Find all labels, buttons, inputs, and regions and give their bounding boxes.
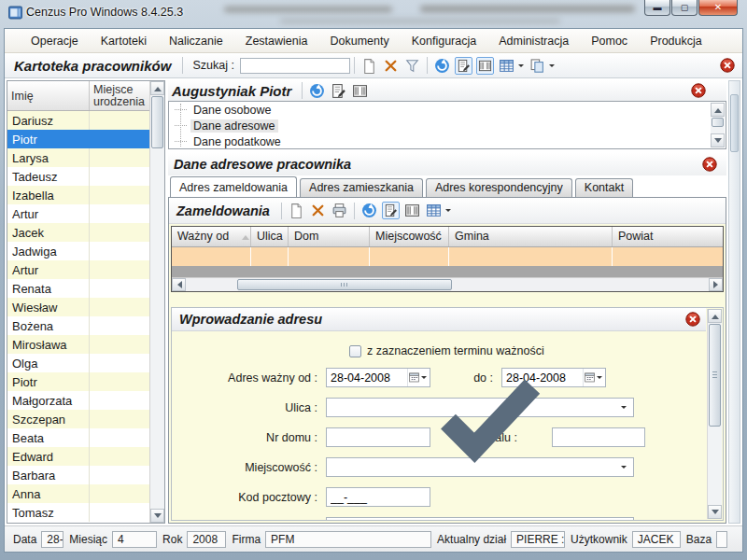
search-input[interactable] xyxy=(240,58,350,74)
delete-icon[interactable] xyxy=(309,202,327,219)
employee-row[interactable]: Izabella xyxy=(7,186,149,204)
close-address-entry-icon[interactable] xyxy=(685,312,700,327)
columns-view-icon[interactable] xyxy=(476,57,494,75)
employee-row[interactable]: Wiesław xyxy=(7,298,149,316)
employee-row[interactable]: Edward xyxy=(7,447,149,466)
employee-list-scrollbar[interactable] xyxy=(149,81,164,523)
refresh-icon[interactable] xyxy=(360,202,378,219)
column-header-miejsce-urodzenia[interactable]: Miejsce urodzenia xyxy=(90,81,149,110)
menu-item[interactable]: Operacje xyxy=(20,31,90,51)
grid-column-header[interactable]: Miejscowość xyxy=(370,227,449,246)
grid-column-header[interactable]: Ulica xyxy=(251,227,289,246)
employee-row[interactable]: Artur xyxy=(7,260,149,279)
close-employee-panel-icon[interactable] xyxy=(691,83,706,98)
grid-view-dropdown-caret[interactable] xyxy=(445,209,451,215)
grid-view-icon[interactable] xyxy=(498,57,515,75)
maximize-button[interactable]: ▢ xyxy=(671,0,698,16)
employee-row[interactable]: Larysa xyxy=(7,148,149,167)
employee-row[interactable]: Olga xyxy=(7,354,149,372)
grid-column-header[interactable]: Gmina xyxy=(449,227,613,246)
tab[interactable]: Adres zameldowania xyxy=(170,176,297,197)
print-icon[interactable] xyxy=(331,202,348,219)
columns-view-icon[interactable] xyxy=(403,202,421,219)
grid-horizontal-scrollbar[interactable] xyxy=(172,277,723,291)
scroll-thumb[interactable] xyxy=(237,279,452,290)
minimize-button[interactable]: ▬ xyxy=(644,0,670,16)
close-kartoteka-icon[interactable] xyxy=(720,58,735,73)
postal-code-input[interactable] xyxy=(327,491,430,504)
refresh-icon[interactable] xyxy=(308,82,326,100)
menu-item[interactable]: Pomoc xyxy=(580,31,639,51)
employee-row[interactable]: Dariusz xyxy=(7,111,149,130)
grid-cell[interactable] xyxy=(449,247,613,266)
edit-view-icon[interactable] xyxy=(330,82,347,100)
employee-row[interactable]: Szczepan xyxy=(7,410,149,428)
scroll-down-button[interactable] xyxy=(708,505,722,519)
tab[interactable]: Kontakt xyxy=(575,178,633,197)
employee-row[interactable]: Małgorzata xyxy=(7,391,149,410)
employee-row[interactable]: Mirosława xyxy=(7,335,149,354)
new-document-icon[interactable] xyxy=(360,57,378,75)
form-scrollbar[interactable] xyxy=(707,309,722,519)
filter-icon[interactable] xyxy=(403,57,421,75)
employee-row[interactable]: Anna xyxy=(7,484,149,503)
employee-row[interactable]: Jadwiga xyxy=(7,242,149,260)
new-document-icon[interactable] xyxy=(288,202,305,219)
scroll-thumb[interactable] xyxy=(730,94,739,152)
employee-row[interactable]: Bożena xyxy=(7,316,149,335)
employee-row[interactable]: Barbara xyxy=(7,466,149,484)
scroll-left-button[interactable] xyxy=(172,278,186,291)
close-section-icon[interactable] xyxy=(702,157,717,172)
scroll-up-button[interactable] xyxy=(708,309,722,323)
copy-dropdown-caret[interactable] xyxy=(549,64,555,70)
menu-item[interactable]: Naliczanie xyxy=(158,31,234,51)
scroll-down-button[interactable] xyxy=(150,509,164,523)
menu-item[interactable]: Dokumenty xyxy=(318,31,400,51)
grid-cell[interactable] xyxy=(172,247,251,266)
scroll-thumb[interactable] xyxy=(709,324,721,427)
grid-column-header[interactable]: Powiat xyxy=(613,227,724,246)
employee-row[interactable]: Jacek xyxy=(7,223,149,242)
close-button[interactable]: ✕ xyxy=(698,0,738,16)
grid-cell[interactable] xyxy=(289,247,370,266)
tree-item[interactable]: Dane adresowe xyxy=(169,118,726,133)
grid-cell[interactable] xyxy=(370,247,449,266)
tab[interactable]: Adres korespondencyjny xyxy=(426,178,572,197)
delete-icon[interactable] xyxy=(382,57,400,75)
copy-icon[interactable] xyxy=(529,57,546,75)
scroll-right-button[interactable] xyxy=(709,278,723,291)
grid-view-icon[interactable] xyxy=(425,202,443,219)
employee-row[interactable]: Beata xyxy=(7,428,149,447)
scroll-down-button[interactable] xyxy=(711,133,725,147)
grid-cell[interactable] xyxy=(251,247,289,266)
validity-checkbox[interactable] xyxy=(349,345,361,357)
grid-column-header[interactable]: Ważny od xyxy=(172,227,251,246)
scroll-thumb[interactable] xyxy=(151,96,163,148)
employee-row[interactable]: Tomasz xyxy=(7,503,149,522)
columns-view-icon[interactable] xyxy=(351,82,369,100)
employee-row[interactable]: Tadeusz xyxy=(7,167,149,186)
menu-item[interactable]: Kartoteki xyxy=(90,31,158,51)
tree-item[interactable]: Dane podatkowe xyxy=(169,133,726,149)
employee-row[interactable]: Artur xyxy=(7,204,149,223)
grid-column-header[interactable]: Dom xyxy=(289,227,370,246)
tab[interactable]: Adres zamieszkania xyxy=(300,178,423,197)
menu-item[interactable]: Konfiguracja xyxy=(401,31,488,51)
scroll-up-button[interactable] xyxy=(150,81,164,95)
tree-item[interactable]: Dane osobowe xyxy=(169,102,726,118)
scroll-thumb[interactable] xyxy=(712,118,724,127)
employee-row[interactable]: Piotr xyxy=(7,372,149,391)
tree-scrollbar[interactable] xyxy=(711,103,725,147)
menu-item[interactable]: Administracja xyxy=(487,31,580,51)
menu-item[interactable]: Produkcja xyxy=(639,31,713,51)
employee-row[interactable]: Renata xyxy=(7,279,149,298)
detail-vertical-scrollbar[interactable] xyxy=(728,80,740,524)
grid-view-dropdown-caret[interactable] xyxy=(518,64,524,70)
employee-row[interactable]: Piotr xyxy=(7,130,149,148)
edit-view-icon[interactable] xyxy=(455,57,472,75)
scroll-up-button[interactable] xyxy=(711,103,725,117)
grid-cell[interactable] xyxy=(613,247,724,266)
column-header-imie[interactable]: Imię xyxy=(7,81,90,110)
refresh-icon[interactable] xyxy=(433,57,451,75)
edit-view-icon[interactable] xyxy=(382,202,400,219)
